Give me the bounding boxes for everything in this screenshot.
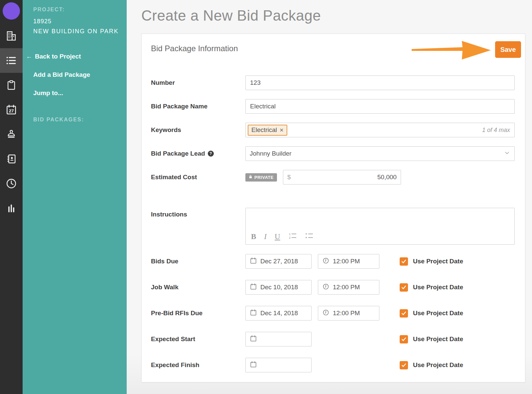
page-title: Create a New Bid Package: [141, 7, 321, 24]
icon-rail: 27: [0, 0, 23, 394]
lead-selected-value: Johnny Builder: [250, 150, 292, 157]
number-label: Number: [151, 79, 245, 86]
svg-text:2: 2: [289, 236, 291, 239]
date-row-expected-start: Expected Start Use Project Date: [151, 332, 515, 346]
use-project-date-toggle[interactable]: Use Project Date: [400, 361, 463, 369]
expected-finish-date-field[interactable]: [245, 358, 312, 372]
checkbox-checked-icon: [400, 335, 408, 343]
nav-reports[interactable]: [0, 196, 23, 220]
list-icon: [5, 55, 17, 66]
bold-button[interactable]: B: [251, 233, 256, 240]
job-walk-label: Job Walk: [151, 284, 245, 291]
nav-contacts[interactable]: [0, 147, 23, 171]
nav-stamp[interactable]: [0, 122, 23, 147]
avatar[interactable]: [3, 2, 20, 20]
currency-symbol: $: [287, 174, 291, 181]
calendar-icon: [250, 309, 257, 318]
keywords-counter: 1 of 4 max: [482, 127, 510, 134]
date-row-job-walk: Job Walk Dec 10, 2018 12:00 PM: [151, 280, 515, 295]
checkbox-checked-icon: [400, 309, 408, 318]
form-row-cost: Estimated Cost PRIVATE $ 50,000: [151, 170, 515, 185]
cost-value: 50,000: [377, 174, 397, 181]
calendar-icon: [250, 257, 257, 266]
prebid-rfis-date-field[interactable]: Dec 14, 2018: [245, 306, 312, 321]
clock-icon: [322, 283, 330, 292]
add-bid-package-link[interactable]: Add a Bid Package: [33, 71, 127, 78]
chevron-down-icon: [504, 150, 510, 158]
back-to-project-link[interactable]: ←Back to Project: [26, 53, 127, 60]
jump-to-link[interactable]: Jump to...: [33, 89, 127, 97]
project-name: NEW BUILDING ON PARK: [33, 28, 127, 35]
date-row-prebid-rfis: Pre-Bid RFIs Due Dec 14, 2018 12:00 PM: [151, 306, 515, 321]
card-header: Bid Package Information Save: [151, 44, 515, 64]
nav-calendar[interactable]: 27: [0, 97, 23, 122]
private-badge: PRIVATE: [245, 173, 277, 182]
expected-start-date-field[interactable]: [245, 332, 312, 346]
section-title: Bid Package Information: [151, 44, 515, 53]
buildings-icon: [5, 30, 17, 42]
date-row-expected-finish: Expected Finish Use Project Date: [151, 358, 515, 372]
form-row-name: Bid Package Name: [151, 99, 515, 114]
keywords-input[interactable]: Electrical × 1 of 4 max: [245, 123, 515, 137]
keyword-chip: Electrical ×: [248, 125, 287, 136]
estimated-cost-input[interactable]: $ 50,000: [283, 170, 401, 185]
form-row-lead: Bid Package Lead ? Johnny Builder: [151, 146, 515, 161]
keywords-label: Keywords: [151, 126, 245, 134]
form-row-instructions: Instructions B I U 1 2: [151, 208, 515, 245]
expected-start-label: Expected Start: [151, 335, 245, 343]
job-walk-time-field[interactable]: 12:00 PM: [318, 280, 379, 295]
checkbox-checked-icon: [400, 361, 408, 369]
stamp-icon: [6, 129, 17, 140]
cost-label: Estimated Cost: [151, 174, 245, 181]
expected-finish-label: Expected Finish: [151, 361, 245, 369]
prebid-rfis-time-field[interactable]: 12:00 PM: [318, 306, 379, 321]
contacts-icon: [6, 153, 17, 165]
lead-select[interactable]: Johnny Builder: [245, 146, 515, 161]
bid-package-form-card: Bid Package Information Save Number Bid …: [141, 34, 525, 382]
nav-clock[interactable]: [0, 171, 23, 196]
calendar-icon: [250, 283, 257, 292]
bullet-list-button[interactable]: [305, 232, 314, 241]
nav-clipboard[interactable]: [0, 73, 23, 97]
bids-due-date-field[interactable]: Dec 27, 2018: [245, 254, 312, 269]
use-project-date-toggle[interactable]: Use Project Date: [400, 335, 463, 343]
bids-due-time-field[interactable]: 12:00 PM: [318, 254, 379, 269]
date-rows: Bids Due Dec 27, 2018 12:00 PM: [151, 254, 515, 372]
help-icon[interactable]: ?: [208, 151, 214, 157]
svg-text:27: 27: [9, 108, 14, 113]
date-row-bids-due: Bids Due Dec 27, 2018 12:00 PM: [151, 254, 515, 269]
clipboard-icon: [6, 79, 17, 91]
chip-remove-icon[interactable]: ×: [280, 126, 284, 134]
main-content: Create a New Bid Package Bid Package Inf…: [127, 0, 532, 394]
left-arrow-icon: ←: [26, 53, 32, 60]
nav-buildings[interactable]: [0, 24, 23, 48]
form-row-number: Number: [151, 75, 515, 90]
project-label: PROJECT:: [33, 7, 127, 13]
bid-package-name-input[interactable]: [245, 99, 515, 114]
calendar-icon: [250, 335, 257, 344]
lock-icon: [249, 175, 252, 180]
number-input[interactable]: [245, 75, 515, 90]
underline-button[interactable]: U: [275, 233, 280, 240]
rte-toolbar: B I U 1 2: [246, 232, 514, 244]
use-project-date-toggle[interactable]: Use Project Date: [400, 257, 463, 266]
italic-button[interactable]: I: [264, 233, 267, 240]
instructions-label: Instructions: [151, 208, 245, 218]
bar-chart-icon: [6, 202, 17, 214]
use-project-date-toggle[interactable]: Use Project Date: [400, 283, 463, 292]
instructions-editor[interactable]: B I U 1 2: [245, 208, 515, 245]
use-project-date-toggle[interactable]: Use Project Date: [400, 309, 463, 318]
clock-icon: [322, 257, 330, 266]
checkbox-checked-icon: [400, 283, 408, 292]
project-panel: PROJECT: 18925 NEW BUILDING ON PARK ←Bac…: [23, 0, 127, 394]
bid-packages-label: BID PACKAGES:: [33, 117, 127, 123]
svg-text:1: 1: [289, 232, 291, 236]
clock-icon: [322, 309, 330, 318]
ordered-list-button[interactable]: 1 2: [288, 232, 297, 241]
job-walk-date-field[interactable]: Dec 10, 2018: [245, 280, 312, 295]
calendar-icon: [250, 361, 257, 370]
project-number: 18925: [33, 18, 127, 25]
calendar-icon: 27: [5, 104, 17, 116]
save-button[interactable]: Save: [495, 41, 521, 58]
nav-bid-packages[interactable]: [0, 48, 23, 73]
